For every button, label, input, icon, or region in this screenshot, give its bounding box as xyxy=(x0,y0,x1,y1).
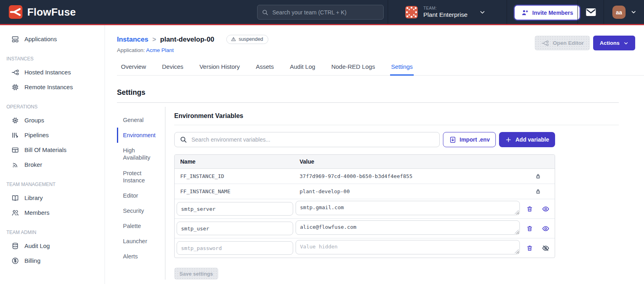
env-var-name-input[interactable] xyxy=(177,222,293,235)
tab-settings[interactable]: Settings xyxy=(390,60,413,76)
tab-devices[interactable]: Devices xyxy=(161,60,184,75)
settings-nav-environment[interactable]: Environment xyxy=(117,128,165,143)
book-icon xyxy=(11,194,19,202)
sidebar: Applications INSTANCES Hosted Instances … xyxy=(0,25,105,284)
env-var-value-input[interactable] xyxy=(296,240,520,254)
sidebar-item-label: Applications xyxy=(24,36,57,42)
sidebar-item-label: Members xyxy=(24,209,50,216)
add-variable-button[interactable]: Add variable xyxy=(499,132,555,147)
env-var-value-input[interactable]: alice@flowfuse.com xyxy=(296,220,520,235)
dollar-circle-icon xyxy=(11,257,19,265)
sidebar-item-pipelines[interactable]: Pipelines xyxy=(0,128,105,142)
sidebar-item-remote-instances[interactable]: Remote Instances xyxy=(0,80,105,94)
env-var-name-input[interactable] xyxy=(177,202,293,216)
settings-nav-high-availability[interactable]: High Availability xyxy=(117,143,165,165)
pipelines-icon xyxy=(11,131,19,139)
team-search-input[interactable] xyxy=(272,9,379,16)
eye-icon[interactable] xyxy=(542,225,549,232)
settings-nav-launcher[interactable]: Launcher xyxy=(117,234,165,249)
application-link[interactable]: Acme Plant xyxy=(146,47,174,53)
user-menu-chevron-down-icon[interactable] xyxy=(630,9,637,15)
sidebar-item-label: Hosted Instances xyxy=(24,69,71,76)
settings-nav-security[interactable]: Security xyxy=(117,203,165,218)
sidebar-item-label: Bill Of Materials xyxy=(24,146,66,153)
application-label: Application: xyxy=(117,47,145,53)
sidebar-item-label: Audit Log xyxy=(24,242,50,249)
header-divider xyxy=(578,0,578,24)
top-header: FlowFuse TEAM: Plant Enterprise Invite M… xyxy=(0,0,644,25)
lock-icon xyxy=(535,188,541,195)
brand-name: FlowFuse xyxy=(27,6,76,18)
breadcrumb-separator: > xyxy=(152,36,156,43)
settings-heading: Settings xyxy=(117,88,619,97)
team-selector[interactable]: TEAM: Plant Enterprise xyxy=(405,6,467,18)
users-icon xyxy=(11,209,19,217)
env-var-name: FF_INSTANCE_ID xyxy=(175,173,296,179)
signal-rss-icon xyxy=(11,161,19,169)
sidebar-item-broker[interactable]: Broker xyxy=(0,157,105,172)
import-env-label: Import .env xyxy=(460,136,490,143)
sidebar-item-billing[interactable]: Billing xyxy=(0,253,105,268)
tab-overview[interactable]: Overview xyxy=(120,60,147,75)
import-env-button[interactable]: Import .env xyxy=(443,132,496,147)
sidebar-item-label: Pipelines xyxy=(24,132,49,138)
eye-slash-icon[interactable] xyxy=(542,244,549,252)
env-var-value-input[interactable]: smtp.gmail.com xyxy=(296,201,520,215)
chevron-down-icon xyxy=(623,40,629,46)
avatar-initials: aa xyxy=(616,9,622,16)
sidebar-item-hosted-instances[interactable]: Hosted Instances xyxy=(0,65,105,80)
column-header-name: Name xyxy=(175,158,296,165)
header-divider xyxy=(388,0,388,24)
table-row: smtp.gmail.com xyxy=(175,199,555,219)
actions-label: Actions xyxy=(600,40,620,46)
sidebar-item-members[interactable]: Members xyxy=(0,205,105,220)
sidebar-item-label: Library xyxy=(24,194,43,201)
eye-icon[interactable] xyxy=(542,205,549,213)
header-divider xyxy=(507,0,507,24)
settings-nav-protect-instance[interactable]: Protect Instance xyxy=(117,166,165,188)
invite-members-button[interactable]: Invite Members xyxy=(514,5,580,20)
open-editor-label: Open Editor xyxy=(553,40,584,46)
actions-button[interactable]: Actions xyxy=(593,36,635,50)
sidebar-item-audit-log[interactable]: Audit Log xyxy=(0,238,105,253)
column-header-value: Value xyxy=(296,158,521,165)
env-search[interactable] xyxy=(174,132,440,147)
status-badge-label: suspended xyxy=(239,36,263,42)
settings-nav-general[interactable]: General xyxy=(117,112,165,128)
settings-nav-palette[interactable]: Palette xyxy=(117,218,165,234)
tab-version-history[interactable]: Version History xyxy=(199,60,241,75)
tab-node-red-logs[interactable]: Node-RED Logs xyxy=(330,60,376,75)
env-search-input[interactable] xyxy=(191,136,435,143)
add-variable-label: Add variable xyxy=(515,136,549,143)
tab-audit-log[interactable]: Audit Log xyxy=(289,60,316,75)
sidebar-item-applications[interactable]: Applications xyxy=(0,32,105,46)
table-icon xyxy=(11,146,19,154)
section-title: Environment Variables xyxy=(174,112,619,125)
team-chevron-down-icon[interactable] xyxy=(479,9,486,16)
breadcrumb-instances-link[interactable]: Instances xyxy=(117,36,148,44)
env-var-name-input[interactable] xyxy=(177,241,293,255)
flowfuse-logo[interactable]: FlowFuse xyxy=(9,5,76,19)
team-search[interactable] xyxy=(257,5,384,20)
delete-variable-button[interactable] xyxy=(526,206,533,212)
settings-nav: General Environment High Availability Pr… xyxy=(117,107,165,280)
delete-variable-button[interactable] xyxy=(526,245,533,252)
table-row: FF_INSTANCE_ID 37f7d969-97cd-4000-b650-b… xyxy=(175,169,555,184)
settings-nav-alerts[interactable]: Alerts xyxy=(117,249,165,264)
groups-chip-icon xyxy=(11,116,19,124)
sidebar-item-bill-of-materials[interactable]: Bill Of Materials xyxy=(0,142,105,157)
settings-nav-editor[interactable]: Editor xyxy=(117,188,165,203)
sidebar-item-library[interactable]: Library xyxy=(0,190,105,205)
open-editor-button[interactable]: Open Editor xyxy=(535,36,590,50)
user-avatar[interactable]: aa xyxy=(612,6,626,19)
save-settings-button[interactable]: Save settings xyxy=(174,268,218,280)
sidebar-item-groups[interactable]: Groups xyxy=(0,113,105,128)
team-label: TEAM: xyxy=(423,6,467,10)
sidebar-item-label: Groups xyxy=(24,117,44,124)
person-plus-icon xyxy=(521,9,529,16)
env-var-name: FF_INSTANCE_NAME xyxy=(175,188,296,194)
instance-tabs: Overview Devices Version History Assets … xyxy=(117,60,644,76)
tab-assets[interactable]: Assets xyxy=(255,60,275,75)
notifications-mail-icon[interactable] xyxy=(586,8,596,16)
delete-variable-button[interactable] xyxy=(526,225,533,232)
